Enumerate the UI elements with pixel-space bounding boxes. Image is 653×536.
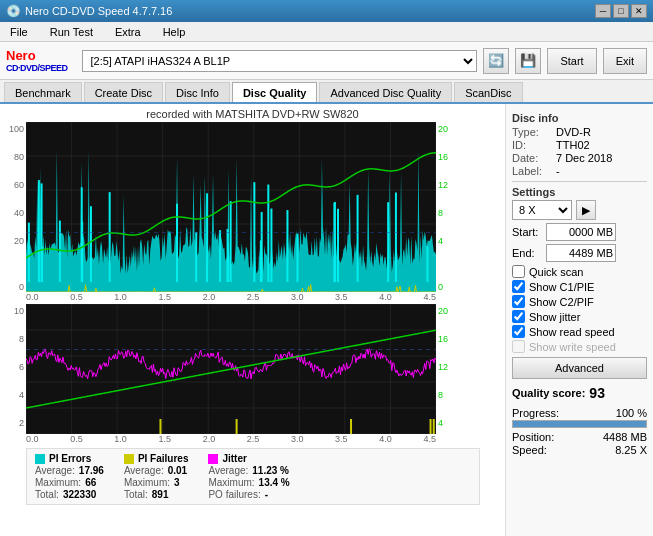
sidebar: Disc info Type: DVD-R ID: TTH02 Date: 7 … (505, 104, 653, 536)
quality-score-row: Quality score: 93 (512, 385, 647, 401)
progress-value: 100 % (616, 407, 647, 419)
show-jitter-label: Show jitter (529, 311, 580, 323)
jitter-avg-label: Average: (208, 465, 248, 476)
pi-errors-avg-label: Average: (35, 465, 75, 476)
nero-logo-top: Nero (6, 48, 36, 63)
minimize-button[interactable]: ─ (595, 4, 611, 18)
disc-label-label: Label: (512, 165, 552, 177)
show-jitter-checkbox[interactable] (512, 310, 525, 323)
jitter-avg-val: 11.23 % (252, 465, 289, 476)
show-write-speed-row: Show write speed (512, 340, 647, 353)
speed-setting-row: 8 X ▶ (512, 200, 647, 220)
speed-label: Speed: (512, 444, 547, 456)
progress-section: Progress: 100 % Position: 4488 MB Speed:… (512, 407, 647, 456)
disc-info-title: Disc info (512, 112, 647, 124)
show-write-speed-checkbox[interactable] (512, 340, 525, 353)
title-bar: 💿 Nero CD-DVD Speed 4.7.7.16 ─ □ ✕ (0, 0, 653, 22)
id-label: ID: (512, 139, 552, 151)
tab-disc-info[interactable]: Disc Info (165, 82, 230, 102)
quick-scan-label: Quick scan (529, 266, 583, 278)
progress-label: Progress: (512, 407, 559, 419)
date-label: Date: (512, 152, 552, 164)
legend-jitter: Jitter Average: 11.23 % Maximum: 13.4 % … (208, 453, 289, 500)
tab-bar: Benchmark Create Disc Disc Info Disc Qua… (0, 80, 653, 104)
menu-extra[interactable]: Extra (109, 24, 147, 40)
date-value: 7 Dec 2018 (556, 152, 612, 164)
pi-errors-max-val: 66 (85, 477, 96, 488)
start-row: Start: (512, 223, 647, 241)
position-value: 4488 MB (603, 431, 647, 443)
speed-icon-btn[interactable]: ▶ (576, 200, 596, 220)
toolbar: Nero CD·DVD/SPEED [2:5] ATAPI iHAS324 A … (0, 42, 653, 80)
show-read-speed-checkbox[interactable] (512, 325, 525, 338)
progress-bar-outer (512, 420, 647, 428)
jitter-max-val: 13.4 % (259, 477, 290, 488)
end-label: End: (512, 247, 542, 259)
refresh-icon-btn[interactable]: 🔄 (483, 48, 509, 74)
show-c1pie-label: Show C1/PIE (529, 281, 594, 293)
pi-failures-title: PI Failures (138, 453, 189, 464)
pi-errors-avg-val: 17.96 (79, 465, 104, 476)
show-c1pie-checkbox[interactable] (512, 280, 525, 293)
pi-failures-total-label: Total: (124, 489, 148, 500)
position-label: Position: (512, 431, 554, 443)
start-label: Start: (512, 226, 542, 238)
pi-errors-total-val: 322330 (63, 489, 96, 500)
show-c2pif-label: Show C2/PIF (529, 296, 594, 308)
main-content: recorded with MATSHITA DVD+RW SW820 100 … (0, 104, 653, 536)
type-value: DVD-R (556, 126, 591, 138)
show-jitter-row: Show jitter (512, 310, 647, 323)
type-label: Type: (512, 126, 552, 138)
pi-failures-color-box (124, 454, 134, 464)
sidebar-sep-1 (512, 181, 647, 182)
drive-select[interactable]: [2:5] ATAPI iHAS324 A BL1P (82, 50, 478, 72)
quick-scan-row: Quick scan (512, 265, 647, 278)
progress-bar-inner (513, 421, 646, 427)
show-c1pie-row: Show C1/PIE (512, 280, 647, 293)
jitter-po-label: PO failures: (208, 489, 260, 500)
tab-create-disc[interactable]: Create Disc (84, 82, 163, 102)
tab-disc-quality[interactable]: Disc Quality (232, 82, 318, 102)
close-button[interactable]: ✕ (631, 4, 647, 18)
jitter-po-val: - (265, 489, 268, 500)
tab-benchmark[interactable]: Benchmark (4, 82, 82, 102)
show-read-speed-label: Show read speed (529, 326, 615, 338)
menu-file[interactable]: File (4, 24, 34, 40)
show-c2pif-row: Show C2/PIF (512, 295, 647, 308)
pi-failures-total-val: 891 (152, 489, 169, 500)
id-value: TTH02 (556, 139, 590, 151)
start-button[interactable]: Start (547, 48, 596, 74)
chart-top-canvas (26, 122, 436, 292)
jitter-title: Jitter (222, 453, 246, 464)
nero-logo: Nero CD·DVD/SPEED (6, 48, 68, 73)
nero-logo-bottom: CD·DVD/SPEED (6, 63, 68, 73)
start-input[interactable] (546, 223, 616, 241)
quick-scan-checkbox[interactable] (512, 265, 525, 278)
pi-errors-color-box (35, 454, 45, 464)
menu-run-test[interactable]: Run Test (44, 24, 99, 40)
disc-label-value: - (556, 165, 560, 177)
menu-help[interactable]: Help (157, 24, 192, 40)
pi-failures-max-val: 3 (174, 477, 180, 488)
save-icon-btn[interactable]: 💾 (515, 48, 541, 74)
pi-failures-max-label: Maximum: (124, 477, 170, 488)
speed-select[interactable]: 8 X (512, 200, 572, 220)
chart-bottom-canvas (26, 304, 436, 434)
end-input[interactable] (546, 244, 616, 262)
quality-score-label: Quality score: (512, 387, 585, 399)
speed-value: 8.25 X (615, 444, 647, 456)
title-bar-left: 💿 Nero CD-DVD Speed 4.7.7.16 (6, 4, 172, 18)
settings-title: Settings (512, 186, 647, 198)
tab-advanced-disc-quality[interactable]: Advanced Disc Quality (319, 82, 452, 102)
maximize-button[interactable]: □ (613, 4, 629, 18)
pi-failures-avg-val: 0.01 (168, 465, 187, 476)
advanced-button[interactable]: Advanced (512, 357, 647, 379)
quality-score-value: 93 (589, 385, 605, 401)
app-icon: 💿 (6, 4, 21, 18)
tab-scan-disc[interactable]: ScanDisc (454, 82, 522, 102)
exit-button[interactable]: Exit (603, 48, 647, 74)
show-read-speed-row: Show read speed (512, 325, 647, 338)
app-title: Nero CD-DVD Speed 4.7.7.16 (25, 5, 172, 17)
jitter-color-box (208, 454, 218, 464)
show-c2pif-checkbox[interactable] (512, 295, 525, 308)
